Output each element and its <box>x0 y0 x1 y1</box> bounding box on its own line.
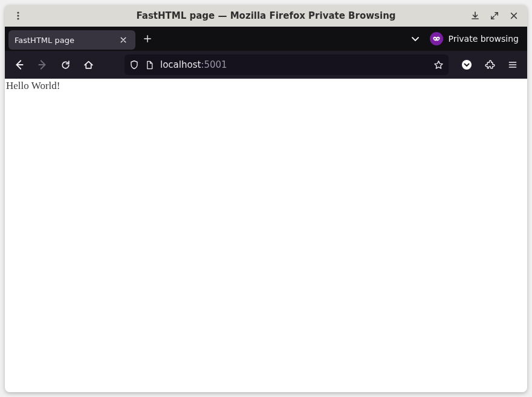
hamburger-icon <box>508 60 517 70</box>
arrow-right-icon <box>37 59 48 70</box>
url-port: :5001 <box>201 59 227 70</box>
maximize-icon <box>490 11 499 20</box>
pocket-button[interactable] <box>456 54 478 75</box>
tab-close-button[interactable] <box>117 34 129 46</box>
private-mask-icon <box>430 32 443 45</box>
back-button[interactable] <box>8 54 30 75</box>
address-bar[interactable]: localhost:5001 <box>125 54 449 75</box>
svg-point-4 <box>438 38 440 40</box>
pocket-icon <box>461 59 473 71</box>
chevron-down-icon <box>410 34 420 44</box>
navigation-bar: localhost:5001 <box>5 51 527 79</box>
new-tab-button[interactable] <box>138 29 157 48</box>
puzzle-icon <box>485 60 495 70</box>
bookmark-button[interactable] <box>433 60 444 70</box>
page-body-text: Hello World! <box>6 80 60 91</box>
private-browsing-label: Private browsing <box>448 34 519 44</box>
forward-button[interactable] <box>31 54 53 75</box>
window-titlebar: FastHTML page — Mozilla Firefox Private … <box>5 5 527 27</box>
svg-point-5 <box>462 60 472 70</box>
site-identity-button[interactable] <box>145 61 154 70</box>
maximize-button[interactable] <box>485 6 504 25</box>
app-window: FastHTML page — Mozilla Firefox Private … <box>5 5 527 392</box>
download-button[interactable] <box>465 6 485 25</box>
browser-chrome: FastHTML page <box>5 27 527 79</box>
browser-tab[interactable]: FastHTML page <box>8 30 135 50</box>
titlebar-menu-button[interactable] <box>8 6 28 25</box>
reload-icon <box>60 60 71 70</box>
app-menu-button[interactable] <box>502 54 524 75</box>
tab-label: FastHTML page <box>15 36 112 45</box>
arrow-left-icon <box>14 59 25 70</box>
plus-icon <box>143 34 152 43</box>
reload-button[interactable] <box>54 54 76 75</box>
url-host: localhost <box>160 59 201 70</box>
download-icon <box>470 11 480 21</box>
svg-point-3 <box>435 38 436 40</box>
tabbar-right: Private browsing <box>406 29 524 48</box>
page-viewport[interactable]: Hello World! <box>5 79 527 392</box>
tracking-protection-button[interactable] <box>129 60 139 70</box>
url-text: localhost:5001 <box>160 59 427 70</box>
extensions-button[interactable] <box>479 54 501 75</box>
home-button[interactable] <box>77 54 99 75</box>
window-title-wrap: FastHTML page — Mozilla Firefox Private … <box>5 5 527 27</box>
svg-point-1 <box>17 15 19 16</box>
shield-icon <box>129 60 139 70</box>
close-icon <box>510 11 518 20</box>
close-icon <box>120 36 127 44</box>
home-icon <box>83 60 94 70</box>
list-all-tabs-button[interactable] <box>406 29 425 48</box>
private-browsing-indicator: Private browsing <box>430 32 524 45</box>
tab-bar: FastHTML page <box>5 27 527 51</box>
document-icon <box>145 61 154 70</box>
svg-point-0 <box>17 11 19 13</box>
close-window-button[interactable] <box>504 6 524 25</box>
window-title: FastHTML page — Mozilla Firefox Private … <box>136 10 395 21</box>
star-icon <box>433 60 444 70</box>
vertical-dots-icon <box>13 11 23 21</box>
svg-point-2 <box>17 18 19 19</box>
